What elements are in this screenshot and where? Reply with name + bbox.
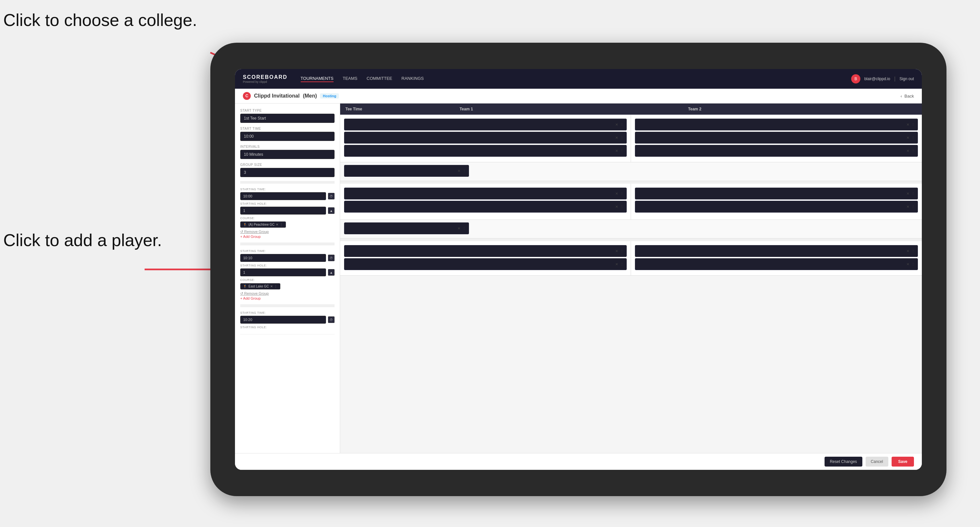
course-slot-x-1[interactable]: ✕: [457, 169, 460, 173]
slot-dots-icon-3[interactable]: ⋮: [620, 149, 624, 153]
slot-dots-icon-t2-2[interactable]: ⋮: [911, 136, 915, 140]
slot-x-t2r2-1[interactable]: ✕: [906, 192, 909, 196]
tee-row-1: ✕ ⋮ ✕ ⋮ ✕ ⋮: [340, 115, 922, 162]
settings-panel: Start Type 1st Tee Start Start Time Inte…: [235, 103, 340, 453]
starting-hole-input-2[interactable]: [240, 268, 326, 276]
hole-spin-up-2[interactable]: ▲: [328, 269, 334, 276]
player-slot-t2r1s1[interactable]: ✕ ⋮: [635, 119, 918, 130]
player-slot-t2r2s1[interactable]: ✕ ⋮: [635, 187, 918, 200]
course-tag-2[interactable]: 🏌 East Lake GC ✕ ⋮: [240, 283, 280, 289]
add-group-btn-2[interactable]: + Add Group: [240, 296, 261, 300]
team2-row1: ✕ ⋮ ✕ ⋮ ✕ ⋮: [631, 115, 922, 162]
logo-area: SCOREBOARD Powered by clippd: [243, 74, 288, 83]
player-slot-t2r3s1[interactable]: ✕ ⋮: [635, 245, 918, 257]
course-slot-1[interactable]: ✕ ⋮: [344, 165, 469, 177]
time-spin-btn-1[interactable]: ⏱: [328, 193, 334, 200]
slot-x-t2r2-2[interactable]: ✕: [906, 205, 909, 209]
slot-dots-r3-1[interactable]: ⋮: [620, 249, 624, 253]
intervals-select[interactable]: 10 Minutes: [240, 150, 334, 159]
reset-changes-button[interactable]: Reset Changes: [824, 457, 862, 467]
slot-x-icon-t2-1[interactable]: ✕: [906, 122, 909, 127]
sub-header: C Clippd Invitational (Men) Hosting ‹ Ba…: [235, 89, 922, 103]
group-1-section: STARTING TIME: ⏱ STARTING HOLE: ▲ COURSE…: [240, 184, 334, 243]
player-slot-t2r1s3[interactable]: ✕ ⋮: [635, 145, 918, 157]
schedule-area: Tee Time Team 1 Team 2 ✕ ⋮ ✕ ⋮: [340, 103, 922, 453]
starting-time-input-3[interactable]: [240, 316, 326, 324]
slot-x-icon-t2-2[interactable]: ✕: [906, 136, 909, 140]
course-row-2: ✕ ⋮: [340, 220, 922, 238]
time-spin-btn-2[interactable]: ⏱: [328, 255, 334, 261]
slot-dots-icon-2[interactable]: ⋮: [620, 136, 624, 140]
slot-x-r2-1[interactable]: ✕: [615, 192, 618, 196]
cancel-button[interactable]: Cancel: [865, 457, 888, 467]
intervals-label: Intervals: [240, 145, 334, 149]
slot-dots-icon[interactable]: ⋮: [620, 122, 624, 127]
player-slot-t1r1s1[interactable]: ✕ ⋮: [344, 119, 627, 130]
slot-dots-r2-2[interactable]: ⋮: [620, 205, 624, 209]
starting-hole-input-1[interactable]: [240, 207, 326, 214]
tee-row-3: ✕ ⋮ ✕ ⋮ ✕ ⋮ ✕: [340, 241, 922, 276]
course-slot-x-2[interactable]: ✕: [457, 226, 460, 231]
player-slot-t2r3s2[interactable]: ✕ ⋮: [635, 258, 918, 270]
slot-x-r3-2[interactable]: ✕: [615, 262, 618, 267]
slot-x-icon-t2-3[interactable]: ✕: [906, 149, 909, 153]
sign-out-link[interactable]: Sign out: [899, 76, 914, 81]
nav-rankings[interactable]: RANKINGS: [402, 76, 424, 82]
course-slot-2[interactable]: ✕ ⋮: [344, 222, 469, 234]
course-tag-letter-2: 🏌: [243, 284, 247, 288]
slot-x-r2-2[interactable]: ✕: [615, 205, 618, 209]
slot-dots-icon-t2-1[interactable]: ⋮: [911, 122, 915, 127]
slot-x-icon[interactable]: ✕: [615, 122, 618, 127]
player-slot-t1r2s1[interactable]: ✕ ⋮: [344, 187, 627, 200]
save-button[interactable]: Save: [892, 457, 914, 467]
slot-dots-r2-1[interactable]: ⋮: [620, 192, 624, 196]
course-slot-dots-2[interactable]: ⋮: [462, 226, 466, 231]
logo-sub: Powered by clippd: [243, 80, 288, 83]
course-slot-dots-1[interactable]: ⋮: [462, 169, 466, 173]
course-tag-edit-1[interactable]: ⋮: [280, 223, 283, 226]
group-size-input[interactable]: [240, 168, 334, 177]
slot-dots-t2r3-2[interactable]: ⋮: [911, 262, 915, 267]
remove-group-btn-1[interactable]: ↺ Remove Group: [240, 230, 269, 234]
starting-time-input-2[interactable]: [240, 254, 326, 262]
tournament-title: C Clippd Invitational (Men) Hosting: [243, 92, 339, 100]
starting-hole-label-2: STARTING HOLE:: [240, 264, 334, 267]
slot-x-t2r3-2[interactable]: ✕: [906, 262, 909, 267]
add-group-btn-1[interactable]: + Add Group: [240, 235, 261, 238]
time-spin-btn-3[interactable]: ⏱: [328, 316, 334, 323]
annotation-add-player: Click to add a player.: [3, 230, 162, 250]
col-team1: Team 1: [460, 107, 688, 111]
course-tag-edit-2[interactable]: ⋮: [274, 284, 277, 288]
team1-row2: ✕ ⋮ ✕ ⋮: [340, 184, 631, 219]
nav-teams[interactable]: TEAMS: [343, 76, 358, 82]
start-time-input[interactable]: [240, 132, 334, 141]
slot-dots-t2r2-2[interactable]: ⋮: [911, 205, 915, 209]
slot-x-icon-3[interactable]: ✕: [615, 149, 618, 153]
nav-tournaments[interactable]: TOURNAMENTS: [301, 76, 334, 82]
player-slot-t1r1s2[interactable]: ✕ ⋮: [344, 132, 627, 144]
start-type-select[interactable]: 1st Tee Start: [240, 114, 334, 123]
course-tag-remove-2[interactable]: ✕: [270, 284, 273, 288]
player-slot-t1r2s2[interactable]: ✕ ⋮: [344, 201, 627, 213]
navbar: SCOREBOARD Powered by clippd TOURNAMENTS…: [235, 69, 922, 89]
course-tag-1[interactable]: 🏌 (A) Peachtree GC ✕ ⋮: [240, 221, 286, 228]
slot-x-t2r3-1[interactable]: ✕: [906, 249, 909, 253]
slot-x-icon-2[interactable]: ✕: [615, 136, 618, 140]
remove-group-btn-2[interactable]: ↺ Remove Group: [240, 291, 269, 296]
slot-dots-t2r2-1[interactable]: ⋮: [911, 192, 915, 196]
slot-dots-t2r3-1[interactable]: ⋮: [911, 249, 915, 253]
starting-time-input-1[interactable]: [240, 192, 326, 200]
nav-committee[interactable]: COMMITTEE: [367, 76, 392, 82]
back-button[interactable]: ‹ Back: [900, 94, 914, 98]
hole-spin-up-1[interactable]: ▲: [328, 207, 334, 214]
course-tag-name-1: (A) Peachtree GC: [248, 223, 274, 226]
slot-dots-icon-t2-3[interactable]: ⋮: [911, 149, 915, 153]
player-slot-t1r1s3[interactable]: ✕ ⋮: [344, 145, 627, 157]
player-slot-t1r3s2[interactable]: ✕ ⋮: [344, 258, 627, 270]
player-slot-t2r2s2[interactable]: ✕ ⋮: [635, 201, 918, 213]
course-tag-remove-1[interactable]: ✕: [276, 223, 278, 226]
slot-dots-r3-2[interactable]: ⋮: [620, 262, 624, 267]
player-slot-t1r3s1[interactable]: ✕ ⋮: [344, 245, 627, 257]
slot-x-r3-1[interactable]: ✕: [615, 249, 618, 253]
player-slot-t2r1s2[interactable]: ✕ ⋮: [635, 132, 918, 144]
